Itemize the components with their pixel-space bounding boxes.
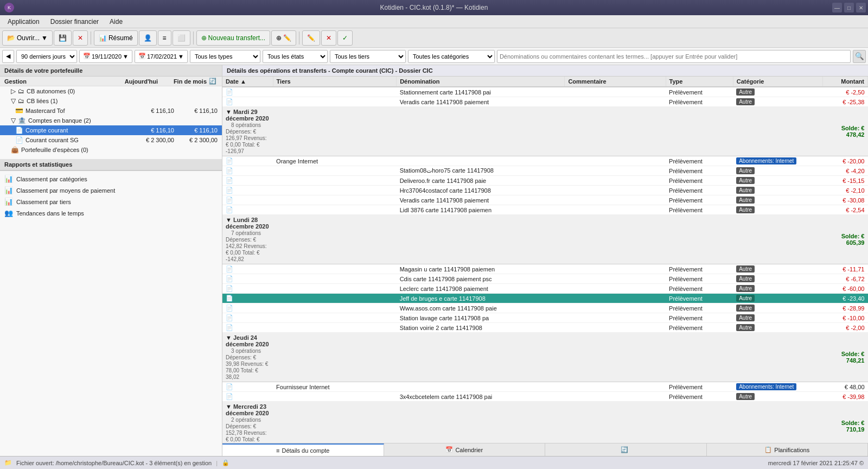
close-button[interactable]: ✕ [856,3,866,12]
report-tiers[interactable]: 📊 Classement par tiers [0,196,222,207]
tree-portefeuille[interactable]: 👜 Portefeuille d'espèces (0) [0,145,222,155]
menu-dossier[interactable]: Dossier financier [45,17,104,27]
col-header-comment[interactable]: Commentaire [565,77,666,87]
tree-mastercard[interactable]: 💳 Mastercard Tof € 116,10 € 116,10 [0,106,222,116]
calendar-icon: 📅 [445,446,453,453]
table-row[interactable]: 📄 Statiomت08horo75 carte 11417908 Prélèv… [222,166,868,176]
table-row[interactable]: 📄 Magasin u carte 11417908 paiemen Prélè… [222,264,868,274]
refresh-button[interactable]: 🔄 [209,78,220,85]
menu-aide[interactable]: Aide [104,17,128,27]
col-header-denom[interactable]: Dénomination [397,77,565,87]
cell-date: 📄 [222,176,273,186]
col-header-tiers[interactable]: Tiers [273,77,397,87]
window-controls[interactable]: — □ ✕ [832,3,866,12]
chart-icon: 📊 [4,175,13,183]
col-header-amount[interactable]: Montant [823,77,868,87]
maximize-button[interactable]: □ [844,3,854,12]
report-categories[interactable]: 📊 Classement par catégories [0,173,222,185]
cancel-button[interactable]: ✕ [73,30,88,46]
report-moyens[interactable]: 📊 Classement par moyens de paiement [0,185,222,196]
cell-date: 📄 [222,392,273,402]
table-row[interactable]: 📄 Deliveroo.fr carte 11417908 paie Prélè… [222,176,868,186]
expand-icon: ▽ [11,97,16,105]
menu-application[interactable]: Application [2,17,45,27]
cell-denom: Stationnement carte 11417908 pai [397,87,565,97]
new-transfer-button[interactable]: ⊕ ✏️ [271,30,296,46]
etat-select[interactable]: Tous les états [263,50,328,63]
type-select[interactable]: Tous les types [190,50,260,63]
cell-amount: € -4,20 [823,166,868,176]
date-from-button[interactable]: 📅 19/11/2020 ▼ [79,50,132,63]
user-button[interactable]: 👤 [139,30,157,46]
minimize-button[interactable]: — [832,3,842,12]
col-header-date[interactable]: Date ▲ [222,77,273,87]
col-header-cat[interactable]: Catégorie [733,77,822,87]
report-tendances[interactable]: 👥 Tendances dans le temps [0,207,222,219]
category-badge: Autre [736,98,755,105]
new-operation-button[interactable]: ⊕ Nouveau transfert... [196,30,270,46]
back-button[interactable]: ◀ [2,50,14,63]
open-button[interactable]: 📂 Ouvrir... ▼ [2,30,53,46]
cell-comment [565,87,666,97]
cell-tiers [273,264,397,274]
tree-compte-courant[interactable]: 📄 Compte courant € 116,10 € 116,10 [0,125,222,135]
date-to-button[interactable]: 📅 17/02/2021 ▼ [135,50,188,63]
search-input[interactable] [497,50,851,63]
cell-type: Prélèvement [666,166,733,176]
cat-select[interactable]: Toutes les catégories [408,50,495,63]
table-row[interactable]: 📄 Hrc37064costacof carte 11417908 Prélèv… [222,186,868,195]
status-datetime: mercredi 17 février 2021 21:25:47 © [768,460,864,466]
table-row[interactable]: 📄 Leclerc carte 11417908 paiement Prélèv… [222,284,868,294]
confirm-button[interactable]: ✓ [337,30,353,46]
resume-button[interactable]: 📊 Résumé [94,30,138,46]
tree-cb-liees[interactable]: ▽ 🗂 CB liées (1) [0,96,222,106]
card-icon: 🗂 [18,87,24,95]
day-expand[interactable]: ▼ Lundi 28 décembre 2020 7 opérations Dé… [222,215,273,264]
tree-comptes-banque[interactable]: ▽ 🏦 Comptes en banque (2) [0,116,222,125]
table-row[interactable]: 📄 Fournisseur Internet Prélèvement Abonn… [222,382,868,392]
cell-type: Prélèvement [666,156,733,166]
table-row[interactable]: 📄 Station lavage carte 11417908 pa Prélè… [222,313,868,323]
cell-amount: € -28,99 [823,303,868,313]
table-row[interactable]: 📄 3x4xcbcetelem carte 11417908 pai Prélè… [222,392,868,402]
table-row[interactable]: 📄 Jeff de bruges e carte 11417908 Prélèv… [222,294,868,303]
tab-planifications[interactable]: 📋 Planifications [707,443,869,456]
cell-type: Prélèvement [666,264,733,274]
cell-type: Prélèvement [666,323,733,333]
table-row[interactable]: 📄 Veradis carte 11417908 paiement Prélèv… [222,195,868,205]
cell-date: 📄 [222,87,273,97]
tiers-select[interactable]: Tous les tiers [330,50,406,63]
list-button[interactable]: ≡ [158,30,171,46]
save-button[interactable]: 💾 [54,30,72,46]
collapse-icon: ▼ [226,109,232,115]
day-expand[interactable]: ▼ Mardi 29 décembre 2020 8 opérations Dé… [222,107,273,156]
cell-tiers [273,97,397,107]
save-icon: 💾 [59,34,67,42]
table-row[interactable]: 📄 Station voirie 2 carte 11417908 Prélèv… [222,323,868,333]
tree-cb-autonomes[interactable]: ▷ 🗂 CB autonomes (0) [0,86,222,96]
day-expand[interactable]: ▼ Mercredi 23 décembre 2020 2 opérations… [222,402,273,443]
tab-calendrier[interactable]: 📅 Calendrier [384,443,546,456]
period-select[interactable]: 90 derniers jours [16,50,77,63]
day-stats: 7 opérations Dépenses: € 142,82 Revenus:… [226,230,267,262]
cell-cat: Autre [733,313,822,323]
day-expand[interactable]: ▼ Jeudi 24 décembre 2020 3 opérations Dé… [222,333,273,382]
tab-details-compte[interactable]: ≡ Détails du compte [222,443,384,456]
table-row[interactable]: 📄 Stationnement carte 11417908 pai Prélè… [222,87,868,97]
bottom-tabs: ≡ Détails du compte 📅 Calendrier 🔄 📋 Pla… [222,443,868,456]
col-header-type[interactable]: Type [666,77,733,87]
table-row[interactable]: 📄 Veradis carte 11417908 paiement Prélèv… [222,97,868,107]
doc-icon: 📄 [226,187,233,193]
table-container[interactable]: Date ▲ Tiers Dénomination Commentaire Ty… [222,77,868,443]
day-solde: Solde: € 748,21 [823,333,868,382]
search-button[interactable]: 🔍 [853,50,866,63]
table-row[interactable]: 📄 Orange Internet Prélèvement Abonnement… [222,156,868,166]
tab-sync[interactable]: 🔄 [545,443,707,456]
table-row[interactable]: 📄 Lidl 3876 carte 11417908 paiemen Prélè… [222,205,868,215]
grid-button[interactable]: ⬜ [173,30,190,46]
table-row[interactable]: 📄 Www.asos.com carte 11417908 paie Prélè… [222,303,868,313]
edit-button[interactable]: ✏️ [302,30,320,46]
delete-button[interactable]: ✕ [321,30,336,46]
tree-courant-sg[interactable]: 📄 Courant courant SG € 2 300,00 € 2 300,… [0,135,222,145]
table-row[interactable]: 📄 Cdis carte 11417908 paiement psc Prélè… [222,274,868,284]
